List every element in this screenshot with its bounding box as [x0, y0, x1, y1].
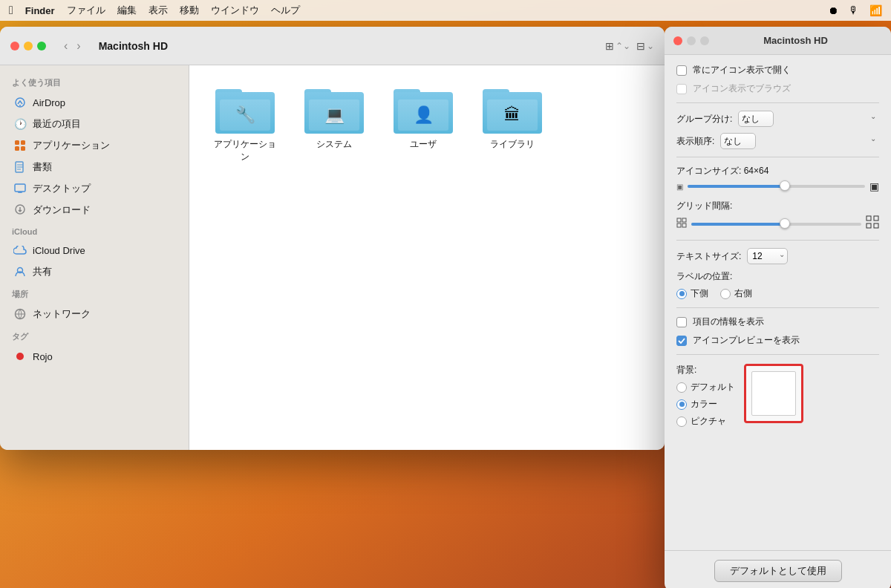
section-places: 場所 — [0, 283, 189, 303]
folder-item[interactable]: 👤 ユーザ — [382, 80, 464, 169]
sidebar-item-applications[interactable]: アプリケーション — [3, 135, 186, 156]
view-menu[interactable]: 表示 — [148, 4, 168, 17]
show-info-checkbox[interactable] — [676, 317, 687, 327]
docs-label: 書類 — [33, 160, 52, 174]
icloud-label: iCloud Drive — [33, 245, 85, 256]
record-icon[interactable]: ⏺ — [828, 4, 838, 16]
sidebar-item-shared[interactable]: 共有 — [3, 261, 186, 282]
text-size-row: テキストサイズ: 10 12 14 16 — [676, 248, 879, 264]
label-bottom-option[interactable]: 下側 — [676, 287, 708, 300]
bg-label: 背景: — [676, 364, 735, 376]
folder-icon: 🔧 — [215, 86, 275, 134]
text-size-select[interactable]: 10 12 14 16 — [747, 248, 788, 264]
label-right-radio[interactable] — [720, 289, 731, 299]
view-arrows: ⌃⌄ — [616, 41, 630, 51]
airdrop-icon — [13, 96, 27, 109]
svg-point-1 — [19, 105, 21, 106]
fullscreen-button[interactable] — [37, 42, 46, 50]
folder-icon: 🏛 — [483, 86, 542, 134]
desktop-label: デスクトップ — [33, 182, 91, 195]
edit-menu[interactable]: 編集 — [117, 4, 137, 17]
bg-picture-label: ピクチャ — [691, 415, 726, 428]
downloads-icon — [13, 203, 27, 217]
folder-item[interactable]: 🏛 ライブラリ — [471, 80, 553, 169]
recent-label: 最近の項目 — [33, 117, 81, 131]
sidebar-item-downloads[interactable]: ダウンロード — [3, 200, 186, 220]
sidebar-item-airdrop[interactable]: AirDrop — [3, 92, 186, 113]
file-menu[interactable]: ファイル — [67, 4, 105, 17]
wifi-icon[interactable]: 📶 — [869, 4, 882, 16]
icon-size-thumb[interactable] — [780, 180, 790, 191]
sort-by-select[interactable]: なし — [720, 133, 756, 149]
sidebar-item-rojo[interactable]: Rojo — [3, 346, 186, 367]
back-button[interactable]: ‹ — [61, 38, 71, 54]
cast-icon[interactable]: 🎙 — [849, 4, 859, 16]
docs-icon — [13, 160, 27, 174]
group-by-select[interactable]: なし — [738, 111, 774, 127]
svg-rect-5 — [21, 146, 25, 151]
sort-by-row: 表示順序: なし — [676, 133, 879, 149]
show-preview-checkbox[interactable] — [676, 336, 687, 346]
finder-menu[interactable]: Finder — [25, 5, 55, 16]
show-info-row: 項目の情報を表示 — [676, 316, 879, 328]
folder-item[interactable]: 💻 システム — [293, 80, 375, 169]
downloads-label: ダウンロード — [33, 203, 91, 217]
sidebar-item-documents[interactable]: 書類 — [3, 157, 186, 177]
apple-menu[interactable]:  — [9, 4, 13, 17]
bg-color-option[interactable]: カラー — [676, 398, 735, 411]
grid-slider[interactable] — [691, 223, 861, 226]
always-open-checkbox[interactable] — [676, 65, 687, 76]
help-menu[interactable]: ヘルプ — [271, 4, 300, 17]
icon-size-label: アイコンサイズ: 64×64 — [676, 165, 879, 177]
sidebar-item-recent[interactable]: 🕐 最近の項目 — [3, 114, 186, 134]
network-label: ネットワーク — [33, 307, 91, 321]
folder-name: システム — [316, 138, 352, 151]
close-button[interactable] — [10, 42, 19, 50]
view-arrows2: ⌄ — [647, 41, 654, 51]
bg-picture-option[interactable]: ピクチャ — [676, 415, 735, 428]
label-bottom-text: 下側 — [691, 287, 708, 300]
grid-large-icon — [866, 215, 879, 232]
bg-default-radio[interactable] — [676, 382, 687, 393]
sidebar-item-icloud-drive[interactable]: iCloud Drive — [3, 240, 186, 261]
icon-view-button[interactable]: ⊞ ⌃⌄ — [605, 40, 630, 52]
browse-checkbox[interactable] — [676, 84, 687, 94]
bg-default-option[interactable]: デフォルト — [676, 381, 735, 393]
apps-icon — [13, 139, 27, 152]
minimize-button[interactable] — [24, 42, 33, 50]
menubar:  Finder ファイル 編集 表示 移動 ウインドウ ヘルプ ⏺ 🎙 📶 — [0, 0, 891, 21]
icon-size-slider[interactable] — [688, 185, 865, 188]
settings-close-button[interactable] — [673, 36, 682, 45]
label-bottom-radio[interactable] — [676, 289, 687, 299]
label-right-option[interactable]: 右側 — [720, 287, 752, 300]
list-view-button[interactable]: ⊟ ⌄ — [636, 40, 654, 52]
window-menu[interactable]: ウインドウ — [211, 4, 259, 17]
grid-small-icon — [676, 218, 687, 230]
svg-rect-17 — [874, 216, 878, 220]
bg-options: 背景: デフォルト カラー ピクチャ — [676, 364, 735, 428]
browse-row: アイコン表示でブラウズ — [676, 82, 879, 95]
finder-toolbar: ‹ › Macintosh HD ⊞ ⌃⌄ ⊟ ⌄ — [0, 27, 665, 65]
icon-size-section: アイコンサイズ: 64×64 ▣ ▣ — [676, 165, 879, 192]
divider-3 — [676, 240, 879, 241]
sort-by-label: 表示順序: — [676, 135, 714, 148]
bg-picture-radio[interactable] — [676, 416, 687, 427]
sidebar-item-desktop[interactable]: デスクトップ — [3, 178, 186, 199]
go-menu[interactable]: 移動 — [180, 4, 199, 17]
folder-item[interactable]: 🔧 アプリケーション — [204, 80, 286, 169]
svg-rect-2 — [15, 140, 19, 145]
grid-thumb[interactable] — [780, 218, 790, 229]
folder-body: 👤 — [394, 92, 453, 134]
settings-panel: Macintosh HD 常にアイコン表示で開く アイコン表示でブラウズ グルー… — [665, 27, 891, 588]
forward-button[interactable]: › — [74, 38, 83, 54]
bg-preview[interactable] — [744, 364, 803, 423]
sort-by-select-wrap: なし — [720, 133, 879, 149]
grid-slider-row — [676, 215, 879, 232]
folder-inner: 🔧 — [220, 99, 270, 131]
svg-rect-19 — [874, 223, 878, 228]
section-icloud: iCloud — [0, 221, 189, 239]
default-button[interactable]: デフォルトとして使用 — [714, 560, 842, 582]
bg-color-radio[interactable] — [676, 399, 687, 410]
sidebar-item-network[interactable]: ネットワーク — [3, 304, 186, 324]
window-title: Macintosh HD — [99, 40, 168, 52]
